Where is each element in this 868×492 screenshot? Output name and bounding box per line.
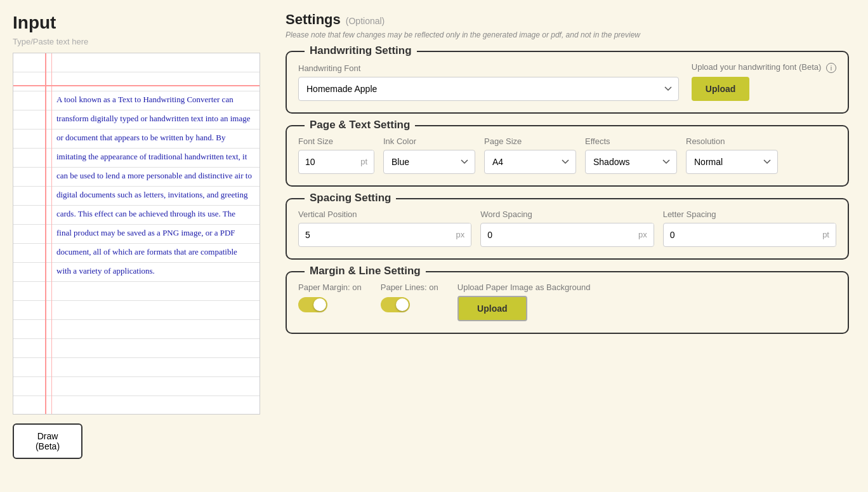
spacing-section-title: Spacing Setting [305, 192, 396, 204]
info-icon[interactable]: i [826, 63, 836, 73]
word-spacing-input[interactable] [481, 223, 632, 246]
vertical-position-input[interactable] [299, 223, 450, 246]
upload-font-label: Upload your handwriting font (Beta) i [692, 62, 836, 73]
font-select[interactable]: Homemade Apple Caveat Dancing Script Pac… [298, 77, 679, 101]
paper-lines-label: Paper Lines: on [381, 283, 438, 292]
handwriting-section-title: Handwriting Setting [305, 44, 417, 57]
vertical-position-label: Vertical Position [298, 209, 471, 219]
effects-select[interactable]: Shadows None Blur [585, 150, 677, 174]
paper-lines-group: Paper Lines: on [381, 283, 438, 312]
margin-section-title: Margin & Line Setting [305, 265, 426, 277]
font-size-input[interactable] [299, 150, 354, 173]
letter-spacing-wrap: pt [663, 223, 836, 247]
font-select-wrap: Handwriting Font Homemade Apple Caveat D… [298, 63, 679, 101]
settings-optional: (Optional) [346, 16, 385, 26]
letter-spacing-label: Letter Spacing [663, 209, 836, 219]
font-size-input-wrap: pt [298, 150, 374, 174]
page-title: Input [13, 13, 260, 33]
handwritten-text: A tool known as a Text to Handwriting Co… [56, 90, 252, 281]
paper-lines-knob [396, 298, 409, 311]
effects-label: Effects [585, 136, 677, 146]
draw-button[interactable]: Draw (Beta) [13, 423, 82, 459]
paper-margin-toggle-wrap [298, 297, 362, 312]
ink-color-select[interactable]: Blue Black Red Green [383, 150, 475, 174]
upload-font-button[interactable]: Upload [692, 77, 749, 101]
settings-title: Settings [286, 11, 341, 28]
spacing-row: Vertical Position px Word Spacing px Let… [298, 209, 836, 247]
ink-color-field: Ink Color Blue Black Red Green [383, 136, 475, 174]
paper-area[interactable]: A tool known as a Text to Handwriting Co… [13, 53, 260, 415]
resolution-select[interactable]: Normal High Low [686, 150, 778, 174]
input-placeholder: Type/Paste text here [13, 37, 260, 46]
effects-field: Effects Shadows None Blur [585, 136, 677, 174]
word-spacing-unit: px [632, 223, 654, 246]
margin-section-content: Paper Margin: on Paper Lines: on [298, 283, 836, 321]
handwriting-section: Handwriting Setting Handwriting Font Hom… [286, 51, 849, 114]
upload-bg-label: Upload Paper Image as Background [457, 283, 591, 292]
spacing-section: Spacing Setting Vertical Position px Wor… [286, 198, 849, 260]
settings-note: Please note that few changes may be refl… [286, 30, 849, 39]
word-spacing-label: Word Spacing [480, 209, 654, 219]
upload-font-area: Upload your handwriting font (Beta) i Up… [692, 62, 836, 101]
spacing-section-content: Vertical Position px Word Spacing px Let… [298, 209, 836, 247]
margin-row: Paper Margin: on Paper Lines: on [298, 283, 836, 321]
paper-margin-group: Paper Margin: on [298, 283, 362, 312]
paper-margin-toggle[interactable] [298, 297, 327, 312]
red-top-line [13, 85, 260, 86]
page-text-section-title: Page & Text Setting [305, 119, 415, 131]
letter-spacing-unit: pt [816, 223, 836, 246]
letter-spacing-field: Letter Spacing pt [663, 209, 836, 247]
page-text-section: Page & Text Setting Font Size pt Ink Col… [286, 125, 849, 187]
font-size-field: Font Size pt [298, 136, 374, 174]
page-size-select[interactable]: A4 A3 Letter Legal [484, 150, 576, 174]
font-row: Handwriting Font Homemade Apple Caveat D… [298, 62, 836, 101]
font-label: Handwriting Font [298, 63, 679, 73]
page-text-row: Font Size pt Ink Color Blue Black Red Gr… [298, 136, 836, 174]
resolution-field: Resolution Normal High Low [686, 136, 778, 174]
vertical-position-field: Vertical Position px [298, 209, 471, 247]
page-size-label: Page Size [484, 136, 576, 146]
font-size-unit: pt [354, 150, 374, 173]
margin-section: Margin & Line Setting Paper Margin: on P… [286, 271, 849, 334]
word-spacing-wrap: px [480, 223, 654, 247]
paper-margin-label: Paper Margin: on [298, 283, 362, 292]
resolution-label: Resolution [686, 136, 778, 146]
paper-lines-toggle-wrap [381, 297, 438, 312]
settings-header: Settings (Optional) [286, 11, 849, 28]
paper-lines-toggle[interactable] [381, 297, 410, 312]
handwriting-section-content: Handwriting Font Homemade Apple Caveat D… [298, 62, 836, 101]
word-spacing-field: Word Spacing px [480, 209, 654, 247]
page-size-field: Page Size A4 A3 Letter Legal [484, 136, 576, 174]
upload-bg-section: Upload Paper Image as Background Upload [457, 283, 591, 321]
upload-bg-button[interactable]: Upload [457, 296, 527, 321]
ink-color-label: Ink Color [383, 136, 475, 146]
left-panel: Input Type/Paste text here A tool known … [0, 0, 273, 492]
vertical-position-wrap: px [298, 223, 471, 247]
letter-spacing-input[interactable] [664, 223, 816, 246]
paper-margin-knob [313, 298, 326, 311]
font-size-label: Font Size [298, 136, 374, 146]
vertical-position-unit: px [450, 223, 471, 246]
page-text-section-content: Font Size pt Ink Color Blue Black Red Gr… [298, 136, 836, 174]
right-panel: Settings (Optional) Please note that few… [273, 0, 868, 492]
